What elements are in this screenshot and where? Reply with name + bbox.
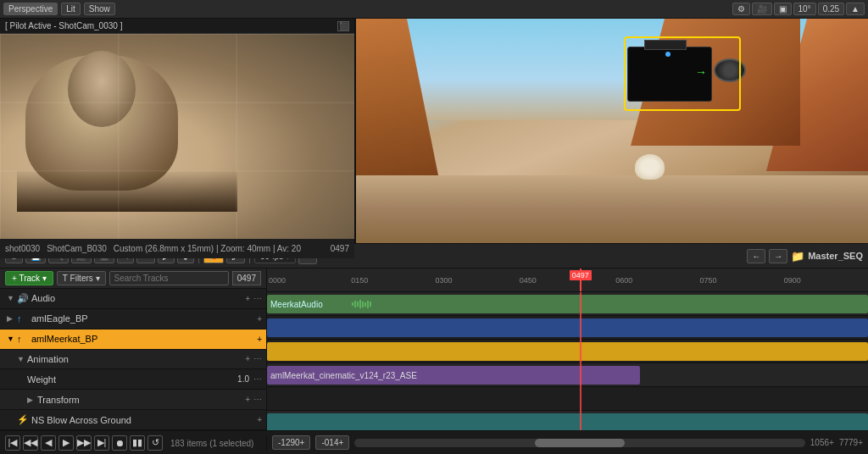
camera-indicator (665, 52, 670, 57)
track-controls-nsblow: + (256, 414, 263, 425)
track-add-meerkat[interactable]: + (256, 334, 263, 345)
track-add-eagle[interactable]: + (256, 313, 263, 324)
ruler-mark-0900: 0900 (784, 276, 801, 285)
playback-loop-btn[interactable]: ↺ (147, 435, 163, 451)
eagle-icon: ↑ (17, 313, 29, 324)
eagle-clip[interactable] (267, 318, 868, 337)
lit-btn[interactable]: Lit (61, 3, 81, 15)
show-btn[interactable]: Show (84, 3, 115, 15)
vp-lens-info: Custom (26.8mm x 15mm) | Zoom: 40mm | Av… (114, 244, 301, 253)
ruler-mark-0600: 0600 (615, 276, 632, 285)
toolbar-icon-1[interactable]: ⚙ (732, 3, 750, 15)
ruler-mark-0750: 0750 (699, 276, 716, 285)
camera-direction-arrow: → (695, 65, 707, 79)
perspective-btn[interactable]: Perspective (3, 3, 58, 15)
track-row-transform[interactable]: ▶ Transform + ⋯ (0, 390, 266, 410)
track-name-transform: Transform (37, 395, 244, 405)
audio-icon: 🔊 (17, 293, 29, 304)
playback-start-btn[interactable]: |◀ (5, 435, 20, 451)
viewport-left-title: [ Pilot Active - ShotCam_0030 ] (5, 21, 122, 30)
toolbar-icon-3[interactable]: ▣ (774, 3, 792, 15)
track-row-animation[interactable]: ▼ Animation + ⋯ (0, 350, 266, 370)
grid-overlay (0, 34, 354, 239)
timeline-nav-right[interactable]: -014+ (315, 435, 349, 450)
toolbar-icon-6[interactable]: ▲ (846, 3, 865, 15)
nsblow-icon: ⚡ (17, 414, 29, 425)
ruler-mark-0150: 0150 (351, 276, 368, 285)
viewport-expand-btn[interactable]: ⬛ (337, 21, 349, 31)
playback-play-btn[interactable]: ▶ (58, 435, 74, 451)
tracks-container: + Track ▾ T Filters ▾ 0497 ▼ 🔊 Audio + ⋯… (0, 269, 868, 430)
vp-shotname: shot0030 (5, 244, 40, 253)
track-value-weight: 1.0 (237, 374, 249, 384)
vp-camname: ShotCam_B030 (47, 244, 107, 253)
bottom-right: -1290+ -014+ 1056+ 7779+ (267, 435, 868, 450)
zoom-level-left: 1056+ (810, 438, 834, 447)
ruler-mark-0300: 0300 (436, 276, 453, 285)
vp-frame: 0497 (331, 244, 349, 253)
track-menu-anim[interactable]: ⋯ (253, 353, 263, 364)
viewport-3d-view: → (356, 19, 868, 243)
track-headers: + Track ▾ T Filters ▾ 0497 ▼ 🔊 Audio + ⋯… (0, 269, 267, 430)
track-menu-weight[interactable]: ⋯ (253, 374, 263, 385)
track-row-weight[interactable]: Weight 1.0 ⋯ (0, 369, 266, 390)
track-controls-audio: + ⋯ (244, 293, 263, 304)
zoom-level-right: 7779+ (839, 438, 863, 447)
animation-clip[interactable]: amlMeerkat_cinematic_v124_r23_ASE (267, 366, 640, 385)
track-row-amlmeerkat[interactable]: ▼ ↑ amlMeerkat_BP + (0, 329, 266, 350)
track-name-eagle: amlEagle_BP (31, 313, 256, 324)
playback-pause-btn[interactable]: ▮▮ (130, 435, 145, 451)
toolbar-icon-5[interactable]: 0.25 (818, 3, 844, 15)
bird-subject (635, 154, 665, 180)
add-track-button[interactable]: + Track ▾ (5, 271, 53, 285)
playback-record-btn[interactable]: ⏺ (112, 435, 127, 451)
search-tracks-input[interactable] (109, 271, 229, 285)
items-count-text: 183 items (1 selected) (170, 439, 253, 448)
viewport-area: [ Pilot Active - ShotCam_0030 ] ⬛ shot00… (0, 19, 868, 243)
transform-clip[interactable] (267, 413, 868, 430)
seq-toolbar-right: ← → 📁 Master_SEQ (747, 249, 863, 263)
toolbar-icon-4[interactable]: 10° (793, 3, 816, 15)
scrollbar-thumb[interactable] (535, 439, 625, 447)
audio-waveform (352, 299, 868, 309)
track-add-anim[interactable]: + (244, 353, 251, 364)
timeline-row-eagle (267, 316, 868, 340)
playback-fwd-btn[interactable]: ▶▶ (76, 435, 92, 451)
viewport-camera-view (0, 34, 354, 239)
viewport-left-bar: shot0030 ShotCam_B030 Custom (26.8mm x 1… (0, 239, 354, 258)
track-expand-audio: ▼ (7, 294, 17, 302)
bottom-left: |◀ ◀◀ ◀ ▶ ▶▶ ▶| ⏺ ▮▮ ↺ 183 items (1 sele… (0, 435, 267, 451)
track-header-toolbar: + Track ▾ T Filters ▾ 0497 (0, 269, 266, 289)
playback-prev-btn[interactable]: ◀◀ (23, 435, 38, 451)
track-add-transform[interactable]: + (244, 394, 251, 405)
meerkat-clip[interactable] (267, 342, 868, 361)
track-row-audio[interactable]: ▼ 🔊 Audio + ⋯ (0, 289, 266, 309)
nav-left-btn[interactable]: ← (747, 249, 765, 263)
timeline-ruler[interactable]: 0000 0150 0300 0450 0600 0750 0900 0497 (267, 269, 868, 292)
playback-end-btn[interactable]: ▶| (94, 435, 109, 451)
ruler-container: 0000 0150 0300 0450 0600 0750 0900 (267, 269, 868, 291)
track-row-amleagle[interactable]: ▶ ↑ amlEagle_BP + (0, 309, 266, 329)
track-expand-meerkat: ▼ (7, 335, 17, 343)
timeline-scrollbar[interactable] (354, 439, 805, 447)
track-menu-transform[interactable]: ⋯ (253, 394, 263, 405)
track-add-nsblow[interactable]: + (256, 414, 263, 425)
frame-counter: 0497 (232, 271, 261, 285)
timeline-row-weight (267, 387, 868, 411)
timeline-nav-left[interactable]: -1290+ (272, 435, 310, 450)
track-controls-anim: + ⋯ (244, 353, 263, 364)
track-expand-transform: ▶ (27, 396, 37, 404)
bird-body (635, 154, 665, 180)
filter-button[interactable]: T Filters ▾ (57, 271, 106, 285)
track-menu-audio[interactable]: ⋯ (253, 293, 263, 304)
playback-back-btn[interactable]: ◀ (41, 435, 56, 451)
timeline-area: 0000 0150 0300 0450 0600 0750 0900 0497 … (267, 269, 868, 430)
track-row-nsblow[interactable]: ⚡ NS Blow Across Ground + (0, 410, 266, 430)
items-count-label: 183 items (1 selected) (170, 438, 253, 448)
track-expand-eagle: ▶ (7, 314, 17, 323)
track-add-audio[interactable]: + (244, 293, 251, 304)
meerkat-track-icon: ↑ (17, 334, 29, 344)
toolbar-icon-2[interactable]: 🎥 (752, 3, 772, 15)
nav-right-btn[interactable]: → (769, 249, 787, 263)
timeline-tracks: MeerkatAudio amlMeerkat_cinematic_v124_r… (267, 292, 868, 430)
